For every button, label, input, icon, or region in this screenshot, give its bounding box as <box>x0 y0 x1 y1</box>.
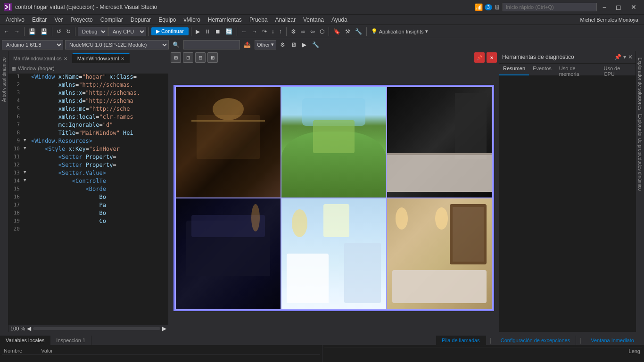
code-line: 14▼ <ControlTe <box>8 178 168 186</box>
sep3 <box>75 27 75 36</box>
preview-align-btn[interactable]: ⊞ <box>207 52 218 63</box>
continue-button[interactable]: ▶ Continuar <box>151 27 189 35</box>
save-btn[interactable]: 💾 <box>27 27 38 36</box>
monitor-btn2[interactable]: 🖥 <box>289 41 298 49</box>
zoom-increase[interactable]: ▶ <box>162 325 166 332</box>
other-dropdown[interactable]: Other ▾ <box>255 40 276 49</box>
bookmark-btn[interactable]: 🔖 <box>331 27 342 36</box>
preview-close-btn[interactable]: ✕ <box>487 52 497 63</box>
menu-equipo[interactable]: Equipo <box>155 16 180 24</box>
tab-close-cs[interactable]: ✕ <box>64 56 67 61</box>
forward-btn[interactable]: → <box>12 27 22 36</box>
callstack-area: Leng <box>322 345 644 362</box>
play-btn[interactable]: ▶ <box>194 27 202 36</box>
dynamic-tree-label[interactable]: Árbol visual dinámico <box>0 56 8 104</box>
tab-xaml-cs[interactable]: MainWindow.xaml.cs ✕ <box>8 54 73 63</box>
nav-right[interactable]: → <box>250 27 259 36</box>
room-cell-bathroom[interactable] <box>387 198 492 309</box>
play2-btn[interactable]: ▶ <box>300 41 308 49</box>
diag-tab-memory[interactable]: Uso de memoria <box>555 64 600 75</box>
menu-depurar[interactable]: Depurar <box>127 16 155 24</box>
config2-btn[interactable]: 🔧 <box>310 41 321 49</box>
restart-btn[interactable]: 🔄 <box>223 27 234 36</box>
back-btn[interactable]: ← <box>2 27 11 36</box>
redo-btn[interactable]: ↻ <box>64 27 73 36</box>
menu-prueba[interactable]: Prueba <box>246 16 272 24</box>
nodemcu-dropdown[interactable]: NodeMCU 1.0 (ESP-12E Module) <box>65 40 169 49</box>
close-button[interactable]: ✕ <box>627 2 640 12</box>
diag-close-icon[interactable]: ✕ <box>628 54 633 60</box>
tab-immediate[interactable]: Ventana Inmediato <box>585 336 640 345</box>
pause-btn[interactable]: ⏸ <box>203 27 212 36</box>
debug-tool4[interactable]: ⬡ <box>318 27 326 36</box>
diagnostic-title: Herramientas de diagnóstico <box>502 54 574 60</box>
tool-btn2[interactable]: 🔧 <box>353 27 364 36</box>
menu-herramientas[interactable]: Herramientas <box>204 16 246 24</box>
menu-archivo[interactable]: Archivo <box>2 16 28 24</box>
menu-analizar[interactable]: Analizar <box>272 16 299 24</box>
step-out[interactable]: ↑ <box>277 27 284 36</box>
debug-tool1[interactable]: ⚙ <box>289 27 298 36</box>
room-cell-garden[interactable] <box>281 87 386 197</box>
solution-explorer-label[interactable]: Explorador de soluciones <box>636 56 644 112</box>
tab-xaml[interactable]: MainWindow.xaml ✕ <box>73 53 130 63</box>
zoom-scrollbar[interactable] <box>33 327 160 330</box>
port-search-input[interactable] <box>186 41 230 47</box>
arduino-dropdown[interactable]: Arduino 1.6/1.8 <box>2 40 63 49</box>
platform-dropdown[interactable]: Any CPU <box>108 27 146 36</box>
code-line: 7 mc:Ignorable="d" <box>8 122 168 130</box>
search-port-btn[interactable]: 🔍 <box>171 41 182 49</box>
config-dropdown[interactable]: Debug <box>78 27 107 36</box>
diag-tab-cpu[interactable]: Uso de CPU <box>600 64 636 75</box>
room-cell-bedroom[interactable] <box>176 198 281 309</box>
preview-snap-btn[interactable]: ⊞ <box>171 52 181 63</box>
step-into[interactable]: ↓ <box>270 27 276 36</box>
diag-menu-icon[interactable]: ▾ <box>623 54 626 60</box>
debug-tool2[interactable]: ⇨ <box>299 27 307 36</box>
zoom-decrease[interactable]: ◀ <box>27 325 31 332</box>
diag-tab-eventos[interactable]: Eventos <box>529 64 555 75</box>
diag-tab-resumen[interactable]: Resumen <box>499 64 529 75</box>
code-line: 2 xmlns="http://schemas. <box>8 82 168 90</box>
room-cell-kids[interactable] <box>281 198 386 309</box>
notification-badge[interactable]: 3 <box>485 4 492 10</box>
quick-launch-input[interactable] <box>503 3 597 11</box>
restore-button[interactable]: ◻ <box>612 2 625 12</box>
tab-exceptions[interactable]: Configuración de excepciones <box>495 336 576 345</box>
room-cell-kitchen[interactable] <box>387 87 492 197</box>
preview-frame-btn[interactable]: ⊡ <box>183 52 193 63</box>
properties-explorer-label[interactable]: Explorador de propiedades dinámico <box>636 112 644 193</box>
save-all-btn[interactable]: 💾 <box>39 27 50 36</box>
tab-inspection[interactable]: Inspección 1 <box>50 336 91 345</box>
gear-btn[interactable]: ⚙ <box>278 41 287 49</box>
tab-close-xaml[interactable]: ✕ <box>121 56 124 61</box>
insights-button[interactable]: 💡 Application Insights ▾ <box>369 27 430 35</box>
toolbar1: ← → 💾 💾 ↺ ↻ Debug Any CPU ▶ Continuar ▶ … <box>0 25 644 38</box>
menu-compilar[interactable]: Compilar <box>97 16 127 24</box>
tab-local-vars[interactable]: Variables locales <box>0 336 50 345</box>
preview-toolbar: ⊞ ⊡ ⊟ ⊞ 📌 ✕ <box>169 51 499 64</box>
menu-ventana[interactable]: Ventana <box>299 16 328 24</box>
stop-btn[interactable]: ⏹ <box>213 27 223 36</box>
title-bar-title: control hogar virtual (Ejecución) - Micr… <box>15 4 157 10</box>
user-name: Michel Bernales Montoya <box>580 17 642 23</box>
menu-ver[interactable]: Ver <box>50 16 66 24</box>
tool-btn1[interactable]: ⚒ <box>343 27 352 36</box>
preview-grid-btn[interactable]: ⊟ <box>195 52 206 63</box>
preview-pin-btn[interactable]: 📌 <box>474 52 485 63</box>
debug-tool3[interactable]: ⇦ <box>308 27 317 36</box>
code-editor[interactable]: 1<Window x:Name="hogar" x:Class= 2 xmlns… <box>8 74 168 325</box>
menu-ayuda[interactable]: Ayuda <box>328 16 351 24</box>
minimize-button[interactable]: − <box>599 2 610 12</box>
nav-left[interactable]: ← <box>239 27 249 36</box>
menu-proyecto[interactable]: Proyecto <box>66 16 96 24</box>
upload-btn[interactable]: 📤 <box>242 41 253 49</box>
step-over[interactable]: ↷ <box>260 27 269 36</box>
diag-pin-icon[interactable]: 📌 <box>614 54 621 60</box>
tab-callstack[interactable]: Pila de llamadas <box>436 336 486 345</box>
menu-editar[interactable]: Editar <box>28 16 50 24</box>
title-bar-controls: 📶 3 🖥 − ◻ ✕ <box>475 2 640 12</box>
undo-btn[interactable]: ↺ <box>55 27 63 36</box>
menu-vmicro[interactable]: vMicro <box>180 16 204 24</box>
room-cell-dining[interactable] <box>176 87 281 197</box>
